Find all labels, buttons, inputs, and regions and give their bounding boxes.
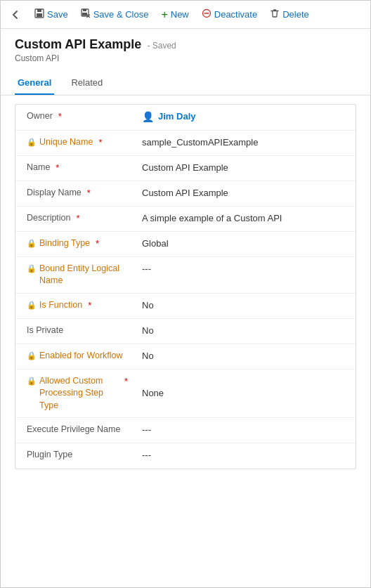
field-row-allowed-custom: 🔒 Allowed Custom Processing Step Type * … [15,370,356,419]
label-owner: Owner * [15,105,135,129]
page-title: Custom API Example [15,37,141,52]
new-button[interactable]: + New [155,6,194,24]
label-description: Description * [15,207,135,230]
save-close-label: Save & Close [93,9,149,20]
delete-label: Delete [282,9,309,20]
save-close-icon [81,8,91,20]
field-row-binding-type: 🔒 Binding Type * Global [15,232,356,257]
field-row-owner: Owner * 👤 Jim Daly [15,105,356,131]
value-display-name: Custom API Example [135,181,356,205]
field-row-plugin-type: Plugin Type --- [15,443,356,469]
svg-rect-2 [37,13,42,17]
lock-icon-allowed-custom: 🔒 [27,376,37,386]
deactivate-icon [202,8,211,20]
value-bound-entity: --- [135,257,356,281]
value-enabled-workflow: No [135,344,356,368]
form-section: Owner * 👤 Jim Daly 🔒 Unique Name * sampl… [15,104,356,469]
new-label: New [171,9,189,20]
field-row-is-private: Is Private No [15,319,356,344]
field-row-is-function: 🔒 Is Function * No [15,294,356,319]
field-row-bound-entity: 🔒 Bound Entity Logical Name --- [15,257,356,294]
page-header: Custom API Example - Saved Custom API [1,29,370,66]
label-allowed-custom: 🔒 Allowed Custom Processing Step Type * [15,370,135,418]
value-description: A simple example of a Custom API [135,207,356,230]
value-allowed-custom: None [135,381,356,405]
tab-general[interactable]: General [15,72,54,95]
delete-icon [270,8,280,20]
deactivate-button[interactable]: Deactivate [196,5,263,24]
required-star-allowed-custom: * [124,375,128,388]
label-plugin-type: Plugin Type [15,443,135,467]
new-icon: + [161,9,167,20]
toolbar: Save Save & Close + New Deactivate [1,1,370,29]
required-star-description: * [77,212,80,225]
deactivate-label: Deactivate [214,9,257,20]
value-owner[interactable]: 👤 Jim Daly [135,105,356,130]
save-button[interactable]: Save [29,5,74,24]
lock-icon-unique-name: 🔒 [27,137,37,148]
save-icon [34,8,44,20]
value-name: Custom API Example [135,156,356,180]
required-star-unique-name: * [98,136,102,149]
tab-related[interactable]: Related [68,72,105,95]
field-row-execute-privilege: Execute Privilege Name --- [15,418,356,443]
field-row-enabled-workflow: 🔒 Enabled for Workflow No [15,344,356,370]
label-bound-entity: 🔒 Bound Entity Logical Name [15,257,135,293]
required-star-owner: * [58,110,62,123]
svg-rect-5 [82,13,87,15]
back-button[interactable] [8,7,23,22]
label-binding-type: 🔒 Binding Type * [15,232,135,256]
value-is-private: No [135,319,356,343]
value-plugin-type: --- [135,443,356,467]
label-name: Name * [15,156,135,180]
lock-icon-enabled-workflow: 🔒 [27,351,37,361]
field-row-display-name: Display Name * Custom API Example [15,181,356,207]
field-row-name: Name * Custom API Example [15,156,356,181]
label-display-name: Display Name * [15,181,135,205]
value-unique-name: sample_CustomAPIExample [135,131,356,155]
svg-rect-1 [37,9,41,12]
value-binding-type: Global [135,232,356,256]
user-icon: 👤 [142,110,154,124]
required-star-binding-type: * [96,237,99,250]
value-is-function: No [135,294,356,318]
label-execute-privilege: Execute Privilege Name [15,418,135,442]
field-row-unique-name: 🔒 Unique Name * sample_CustomAPIExample [15,131,356,156]
label-unique-name: 🔒 Unique Name * [15,131,135,155]
lock-icon-bound-entity: 🔒 [27,263,37,274]
label-enabled-workflow: 🔒 Enabled for Workflow [15,344,135,368]
value-execute-privilege: --- [135,418,356,442]
lock-icon-binding-type: 🔒 [27,238,37,249]
saved-badge: - Saved [147,41,176,51]
required-star-is-function: * [88,299,91,312]
label-is-function: 🔒 Is Function * [15,294,135,318]
lock-icon-is-function: 🔒 [27,300,37,311]
page-subtitle: Custom API [15,53,356,63]
save-close-button[interactable]: Save & Close [75,5,155,24]
required-star-display-name: * [87,187,91,200]
svg-rect-4 [83,9,86,11]
save-label: Save [47,9,68,20]
label-is-private: Is Private [15,319,135,343]
delete-button[interactable]: Delete [264,5,315,24]
tabs: General Related [1,72,370,96]
required-star-name: * [56,162,59,174]
field-row-description: Description * A simple example of a Cust… [15,207,356,232]
